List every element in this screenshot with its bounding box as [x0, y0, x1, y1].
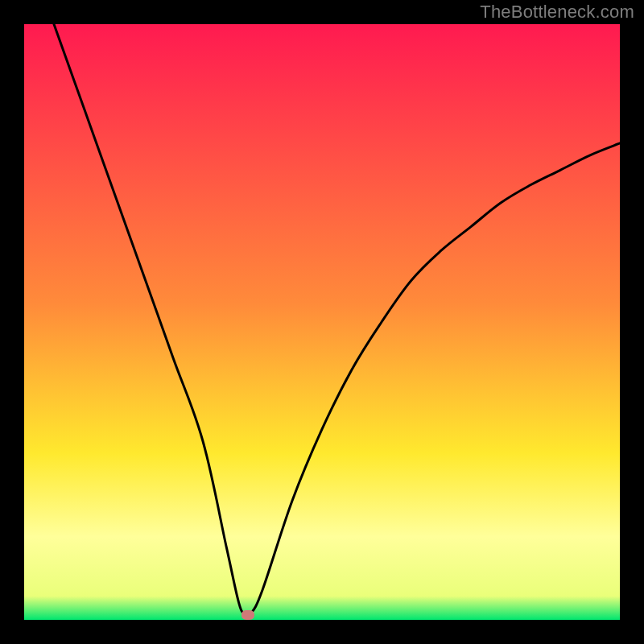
watermark-text: TheBottleneck.com [480, 2, 634, 23]
chart-frame: TheBottleneck.com [0, 0, 644, 644]
plot-area [24, 24, 620, 620]
svg-rect-0 [24, 24, 620, 620]
optimal-point-marker [242, 610, 254, 620]
background-gradient [24, 24, 620, 620]
